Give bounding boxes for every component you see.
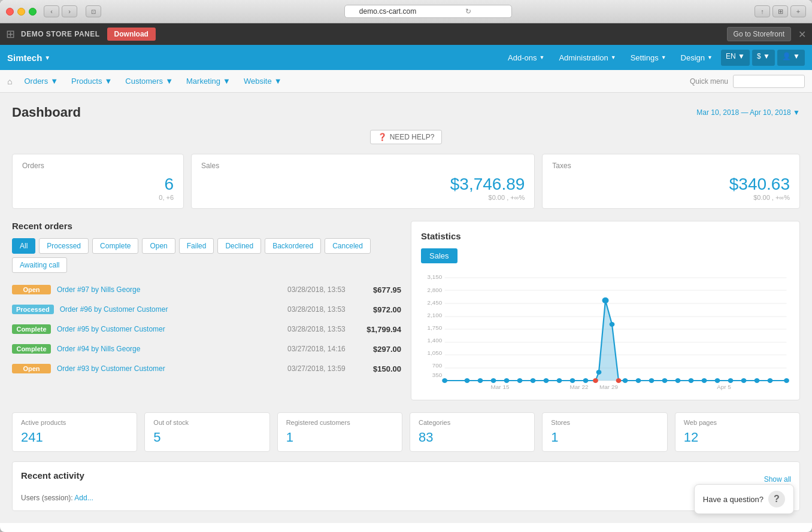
nav-products[interactable]: Products ▼ [65, 74, 118, 89]
reload-button[interactable]: ↻ [430, 7, 507, 16]
add-tab-button[interactable]: + [790, 5, 806, 17]
show-all-link[interactable]: Show all [764, 475, 791, 484]
svg-text:700: 700 [432, 362, 443, 368]
filter-canceled[interactable]: Canceled [325, 238, 371, 254]
stores-label: Stores [551, 419, 658, 426]
help-icon: ❓ [378, 133, 387, 141]
filter-declined[interactable]: Declined [217, 238, 261, 254]
svg-point-22 [491, 378, 496, 383]
brand-logo[interactable]: Simtech ▼ [7, 53, 50, 63]
nav-design[interactable]: Design ▼ [675, 50, 719, 66]
filter-failed[interactable]: Failed [179, 238, 214, 254]
goto-storefront-button[interactable]: Go to Storefront [727, 27, 791, 41]
order-link[interactable]: Order #93 by Customer Customer [57, 364, 281, 373]
forward-button[interactable]: › [62, 5, 77, 17]
svg-point-21 [478, 378, 483, 383]
nav-customers[interactable]: Customers ▼ [119, 74, 179, 89]
svg-point-33 [610, 322, 615, 327]
close-panel-button[interactable]: ✕ [798, 29, 806, 40]
order-date: 03/27/2018, 14:16 [287, 345, 353, 353]
svg-point-34 [616, 378, 622, 383]
order-link[interactable]: Order #95 by Customer Customer [57, 325, 281, 333]
nav-user[interactable]: 👤 ▼ [777, 50, 805, 66]
out-of-stock-value: 5 [153, 430, 260, 445]
svg-point-42 [715, 378, 720, 383]
order-link[interactable]: Order #97 by Nills George [57, 285, 281, 294]
web-pages-value: 12 [684, 430, 791, 445]
quick-menu-input[interactable] [733, 75, 805, 88]
active-products-value: 241 [21, 430, 128, 445]
nav-currency[interactable]: $ ▼ [752, 50, 775, 66]
nav-language[interactable]: EN ▼ [721, 50, 750, 66]
nav-marketing[interactable]: Marketing ▼ [180, 74, 237, 89]
svg-text:350: 350 [432, 372, 443, 378]
date-range-picker[interactable]: Mar 10, 2018 — Apr 10, 2018 ▼ [696, 108, 800, 117]
out-of-stock-card: Out of stock 5 [144, 412, 269, 452]
window-manage-button[interactable]: ⊡ [86, 5, 101, 17]
order-date: 03/28/2018, 13:53 [287, 305, 353, 314]
back-button[interactable]: ‹ [44, 5, 59, 17]
filter-awaiting-call[interactable]: Awaiting call [12, 257, 67, 273]
address-bar[interactable]: demo.cs-cart.com ↻ [344, 5, 512, 18]
svg-text:2,100: 2,100 [427, 312, 442, 318]
nav-website[interactable]: Website ▼ [238, 74, 288, 89]
addons-arrow-icon: ▼ [539, 54, 544, 60]
sales-stat-card: Sales $3,746.89 $0.00 , +∞% [191, 154, 535, 209]
nav-orders[interactable]: Orders ▼ [18, 74, 64, 89]
nav-settings[interactable]: Settings ▼ [625, 50, 672, 66]
order-amount: $150.00 [359, 364, 401, 373]
nav-addons[interactable]: Add-ons ▼ [502, 50, 550, 66]
brand-dropdown-icon: ▼ [44, 54, 50, 61]
svg-point-26 [544, 378, 549, 383]
svg-point-38 [662, 378, 668, 383]
svg-text:Mar 15: Mar 15 [491, 384, 510, 390]
sales-value: $3,746.89 [201, 175, 525, 194]
order-link[interactable]: Order #94 by Nills George [57, 345, 281, 353]
sales-label: Sales [201, 162, 525, 170]
categories-card: Categories 83 [410, 412, 535, 452]
order-amount: $972.00 [359, 305, 401, 314]
minimize-button[interactable] [17, 8, 25, 16]
status-badge: Open [12, 364, 51, 373]
filter-all[interactable]: All [12, 238, 35, 254]
recent-orders-title: Recent orders [12, 221, 401, 231]
order-amount: $677.95 [359, 285, 401, 294]
stores-value: 1 [551, 430, 658, 445]
filter-complete[interactable]: Complete [92, 238, 138, 254]
svg-point-25 [531, 378, 536, 383]
statistics-panel: Statistics Sales 3,150 2,800 2,450 2,100… [411, 221, 800, 400]
share-button[interactable]: ↑ [755, 5, 770, 17]
table-row: Complete Order #95 by Customer Customer … [12, 320, 401, 339]
svg-point-37 [649, 378, 655, 383]
svg-text:1,750: 1,750 [427, 324, 442, 330]
sales-tab[interactable]: Sales [421, 248, 457, 263]
svg-point-47 [784, 378, 789, 383]
url-display: demo.cs-cart.com [350, 7, 426, 16]
chart-svg: 3,150 2,800 2,450 2,100 1,750 1,400 1,05… [421, 270, 790, 390]
order-link[interactable]: Order #96 by Customer Customer [60, 305, 281, 314]
maximize-button[interactable] [29, 8, 37, 16]
have-question-widget[interactable]: Have a question? ? [694, 484, 794, 514]
sales-sub: $0.00 , +∞% [201, 194, 525, 201]
need-help-button[interactable]: ❓ NEED HELP? [370, 130, 443, 144]
active-products-card: Active products 241 [12, 412, 137, 452]
download-button[interactable]: Download [107, 28, 156, 41]
filter-open[interactable]: Open [142, 238, 175, 254]
svg-text:1,050: 1,050 [427, 349, 442, 355]
new-tab-button[interactable]: ⊞ [772, 5, 788, 17]
statistics-title: Statistics [421, 231, 790, 241]
svg-text:1,400: 1,400 [427, 337, 442, 343]
customers-arrow-icon: ▼ [165, 77, 173, 86]
filter-backordered[interactable]: Backordered [265, 238, 321, 254]
table-row: Open Order #93 by Customer Customer 03/2… [12, 359, 401, 379]
orders-stat-card: Orders 6 0, +6 [12, 154, 184, 209]
taxes-value: $340.63 [552, 175, 790, 194]
close-button[interactable] [6, 8, 14, 16]
nav-administration[interactable]: Administration ▼ [553, 50, 622, 66]
filter-processed[interactable]: Processed [39, 238, 89, 254]
activity-link[interactable]: Add... [74, 494, 93, 502]
svg-point-41 [702, 378, 707, 383]
table-row: Processed Order #96 by Customer Customer… [12, 300, 401, 320]
home-icon[interactable]: ⌂ [7, 77, 12, 86]
svg-point-39 [675, 378, 681, 383]
